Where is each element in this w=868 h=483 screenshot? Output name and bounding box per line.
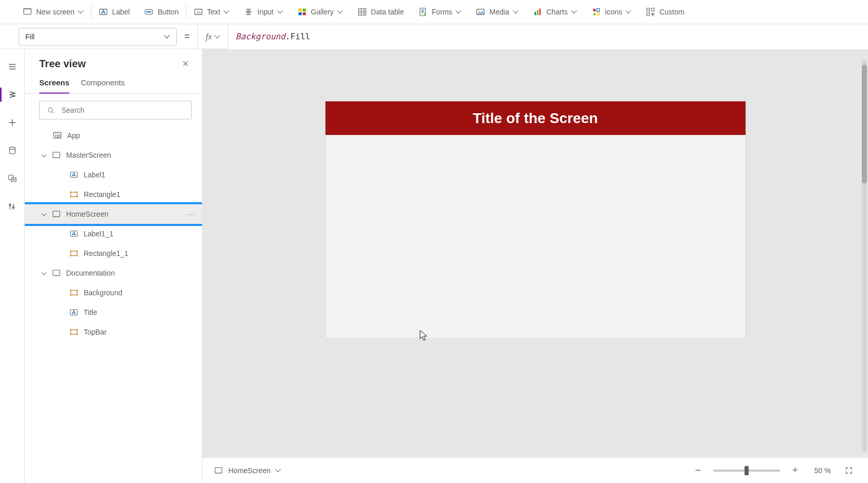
zoom-in-button[interactable]: + xyxy=(787,463,803,478)
screen-icon xyxy=(52,150,61,160)
screen-preview[interactable]: Title of the Screen xyxy=(325,101,746,339)
tree-body: App MasterScreen Label1 xyxy=(25,124,202,483)
canvas-area[interactable]: Title of the Screen HomeScreen − xyxy=(203,49,868,483)
text-menu[interactable]: Abc Text xyxy=(187,0,237,24)
formula-input[interactable]: Background.Fill xyxy=(228,24,868,49)
label-icon xyxy=(99,7,108,17)
gallery-menu[interactable]: Gallery xyxy=(290,0,350,24)
svg-rect-36 xyxy=(71,192,77,197)
tree-node-homescreen[interactable]: HomeScreen ··· xyxy=(25,204,202,224)
svg-point-58 xyxy=(70,334,71,335)
zoom-slider-thumb[interactable] xyxy=(745,466,749,475)
rail-hamburger-button[interactable] xyxy=(0,54,25,79)
svg-point-57 xyxy=(76,329,78,330)
svg-rect-34 xyxy=(53,152,59,158)
tree-search-input[interactable] xyxy=(39,101,192,119)
tree-view-title: Tree view xyxy=(39,58,86,70)
svg-text:Abc: Abc xyxy=(196,10,202,14)
minus-icon: − xyxy=(695,464,701,476)
tree-node-label1-1[interactable]: Label1_1 xyxy=(25,224,202,244)
icons-menu-label: Icons xyxy=(605,8,622,16)
svg-rect-43 xyxy=(71,251,77,256)
chevron-down-icon xyxy=(39,213,47,216)
rail-advanced-tools-button[interactable] xyxy=(0,194,25,219)
svg-rect-9 xyxy=(302,9,305,11)
label-button[interactable]: Label xyxy=(91,0,137,24)
rail-media-button[interactable] xyxy=(0,166,25,191)
data-table-button[interactable]: Data table xyxy=(350,0,411,24)
svg-point-19 xyxy=(593,9,595,11)
rectangle-icon xyxy=(69,249,79,258)
tree-node-background[interactable]: Background xyxy=(25,283,202,303)
chevron-down-icon xyxy=(276,468,281,473)
custom-menu[interactable]: Custom xyxy=(639,0,691,24)
tree-view-tabs: Screens Components xyxy=(25,73,202,94)
chevron-down-icon xyxy=(626,9,631,14)
tree-node-app[interactable]: App xyxy=(25,126,202,145)
forms-menu[interactable]: Forms xyxy=(411,0,469,24)
status-bar: HomeScreen − + 50 % xyxy=(203,457,868,483)
app-icon xyxy=(53,131,62,140)
icons-menu[interactable]: Icons xyxy=(584,0,639,24)
statusbar-screen-selector[interactable]: HomeScreen xyxy=(214,466,281,475)
rail-tree-view-button[interactable] xyxy=(0,82,25,107)
fx-expand-button[interactable]: fx xyxy=(197,24,228,49)
property-selector-value: Fill xyxy=(25,33,35,41)
svg-point-38 xyxy=(76,191,78,192)
formula-token-plain: .Fill xyxy=(285,32,310,41)
new-screen-button[interactable]: New screen xyxy=(16,0,91,24)
label-button-label: Label xyxy=(112,8,130,16)
formula-bar: Fill = fx Background.Fill xyxy=(0,24,868,49)
tree-node-rectangle1[interactable]: Rectangle1 xyxy=(25,185,202,204)
left-rail xyxy=(0,49,25,483)
tree-view-close-button[interactable] xyxy=(178,56,193,71)
charts-menu[interactable]: Charts xyxy=(526,0,584,24)
property-selector[interactable]: Fill xyxy=(19,28,177,46)
zoom-out-button[interactable]: − xyxy=(690,463,706,478)
button-button[interactable]: Button xyxy=(137,0,185,24)
tree-node-label1[interactable]: Label1 xyxy=(25,165,202,185)
tree-node-title[interactable]: Title xyxy=(25,303,202,322)
chevron-down-icon xyxy=(39,271,47,275)
screen-icon xyxy=(23,7,32,17)
tab-screens[interactable]: Screens xyxy=(39,78,69,93)
tree-node-label: Background xyxy=(84,289,122,297)
zoom-slider[interactable] xyxy=(713,470,780,472)
canvas-scrollbar[interactable] xyxy=(862,59,867,452)
svg-point-46 xyxy=(70,255,71,256)
svg-point-20 xyxy=(597,12,599,15)
icons-icon xyxy=(592,7,601,17)
tree-search-field[interactable] xyxy=(60,105,185,115)
rail-data-button[interactable] xyxy=(0,138,25,163)
screen-icon xyxy=(52,268,61,278)
tab-components[interactable]: Components xyxy=(81,78,125,93)
tree-node-label: MasterScreen xyxy=(66,151,111,159)
svg-rect-32 xyxy=(55,135,57,137)
tree-node-topbar[interactable]: TopBar xyxy=(25,322,202,342)
equals-sign: = xyxy=(177,31,197,42)
charts-menu-label: Charts xyxy=(547,8,568,16)
new-screen-label: New screen xyxy=(36,8,74,16)
tree-node-more-button[interactable]: ··· xyxy=(187,210,196,218)
tree-node-label: Label1_1 xyxy=(84,230,114,238)
input-menu[interactable]: Input xyxy=(237,0,290,24)
rail-insert-button[interactable] xyxy=(0,110,25,135)
chevron-down-icon xyxy=(572,9,577,14)
rectangle-icon xyxy=(69,327,79,337)
media-icon xyxy=(476,7,485,17)
forms-icon xyxy=(419,7,428,17)
svg-rect-16 xyxy=(534,12,536,15)
tree-node-masterscreen[interactable]: MasterScreen xyxy=(25,145,202,165)
tree-node-documentation[interactable]: Documentation xyxy=(25,263,202,283)
media-menu[interactable]: Media xyxy=(469,0,525,24)
svg-rect-49 xyxy=(71,291,77,295)
fit-to-window-button[interactable] xyxy=(841,463,857,478)
svg-point-44 xyxy=(70,250,71,251)
tree-node-rectangle1-1[interactable]: Rectangle1_1 xyxy=(25,244,202,263)
svg-rect-23 xyxy=(647,13,649,16)
svg-rect-21 xyxy=(647,8,649,11)
label-icon xyxy=(69,308,79,317)
svg-point-51 xyxy=(76,290,78,291)
charts-icon xyxy=(533,7,542,17)
svg-point-40 xyxy=(76,196,78,197)
